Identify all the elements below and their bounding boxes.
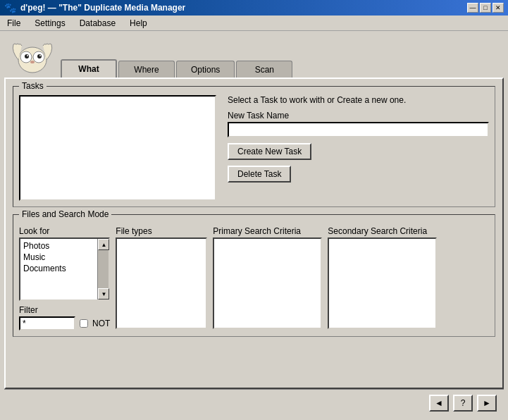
- menu-settings[interactable]: Settings: [30, 17, 69, 30]
- task-buttons: Create New Task: [228, 143, 489, 160]
- help-button[interactable]: ?: [453, 395, 473, 412]
- title-text: d'peg! — "The" Duplicate Media Manager: [20, 3, 185, 13]
- title-bar: 🐾 d'peg! — "The" Duplicate Media Manager…: [0, 0, 508, 16]
- new-task-input[interactable]: [228, 122, 489, 137]
- look-for-item-documents[interactable]: Documents: [22, 263, 96, 274]
- menu-bar: File Settings Database Help: [0, 16, 508, 31]
- mascot: [4, 35, 61, 78]
- filter-section: Filter NOT: [19, 305, 110, 331]
- file-types-label: File types: [116, 226, 207, 236]
- new-task-label: New Task Name: [228, 111, 489, 121]
- scroll-up-button[interactable]: ▲: [98, 239, 109, 250]
- menu-database[interactable]: Database: [75, 17, 120, 30]
- tasks-description: Select a Task to work with or Create a n…: [228, 95, 489, 105]
- look-for-item-music[interactable]: Music: [22, 252, 96, 263]
- files-group-label: Files and Search Mode: [19, 209, 111, 219]
- bottom-bar: ◄ ? ►: [4, 389, 504, 416]
- delete-task-row: Delete Task: [228, 166, 489, 183]
- app-icon: 🐾: [4, 2, 16, 13]
- files-group: Files and Search Mode Look for Photos Mu…: [13, 214, 495, 337]
- tasks-group-label: Tasks: [19, 81, 47, 91]
- look-for-scrollbar: ▲ ▼: [97, 239, 109, 299]
- svg-point-8: [39, 55, 41, 56]
- look-for-label: Look for: [19, 226, 110, 236]
- filter-input[interactable]: [19, 316, 75, 331]
- scroll-track: [98, 250, 109, 288]
- delete-task-button[interactable]: Delete Task: [228, 166, 291, 183]
- tab-options[interactable]: Options: [176, 61, 235, 78]
- file-types-column: File types: [116, 226, 207, 331]
- tab-where[interactable]: Where: [118, 61, 175, 78]
- tab-what[interactable]: What: [61, 59, 117, 78]
- tasks-group: Tasks Select a Task to work with or Crea…: [13, 86, 495, 207]
- maximize-button[interactable]: □: [480, 3, 491, 13]
- look-for-column: Look for Photos Music Documents ▲ ▼: [19, 226, 110, 331]
- not-checkbox[interactable]: [80, 319, 88, 328]
- secondary-search-column: Secondary Search Criteria: [328, 226, 437, 331]
- files-inner: Look for Photos Music Documents ▲ ▼: [19, 226, 489, 331]
- look-for-items: Photos Music Documents: [20, 239, 97, 299]
- primary-search-label: Primary Search Criteria: [213, 226, 322, 236]
- filter-row: NOT: [19, 316, 110, 331]
- main-content: What Where Options Scan Tasks Select a T…: [0, 31, 508, 420]
- menu-help[interactable]: Help: [125, 17, 151, 30]
- tasks-inner: Select a Task to work with or Create a n…: [19, 95, 489, 201]
- close-button[interactable]: ✕: [492, 3, 504, 13]
- tasks-listbox[interactable]: [19, 95, 216, 201]
- tasks-right: Select a Task to work with or Create a n…: [228, 95, 489, 201]
- new-task-field: New Task Name: [228, 111, 489, 137]
- back-button[interactable]: ◄: [429, 395, 449, 412]
- tab-scan[interactable]: Scan: [236, 61, 292, 78]
- look-for-listbox[interactable]: Photos Music Documents ▲ ▼: [19, 237, 110, 301]
- primary-search-listbox[interactable]: [213, 237, 322, 329]
- svg-point-4: [27, 55, 28, 56]
- not-label: NOT: [92, 319, 110, 328]
- window-controls: — □ ✕: [467, 3, 504, 13]
- filter-label: Filter: [19, 305, 110, 315]
- look-for-item-photos[interactable]: Photos: [22, 240, 96, 252]
- file-types-listbox[interactable]: [116, 237, 207, 329]
- panel: Tasks Select a Task to work with or Crea…: [4, 78, 504, 389]
- tabs-and-mascot: What Where Options Scan: [4, 35, 504, 78]
- svg-point-3: [25, 54, 29, 58]
- svg-point-7: [37, 54, 42, 58]
- svg-point-9: [30, 61, 35, 63]
- menu-file[interactable]: File: [3, 17, 25, 30]
- secondary-search-label: Secondary Search Criteria: [328, 226, 437, 236]
- tabs-row: What Where Options Scan: [61, 59, 504, 78]
- primary-search-column: Primary Search Criteria: [213, 226, 322, 331]
- secondary-search-listbox[interactable]: [328, 237, 437, 329]
- forward-button[interactable]: ►: [477, 395, 497, 412]
- scroll-down-button[interactable]: ▼: [98, 288, 109, 299]
- minimize-button[interactable]: —: [467, 3, 478, 13]
- mascot-svg: [8, 37, 57, 76]
- create-new-task-button[interactable]: Create New Task: [228, 143, 311, 160]
